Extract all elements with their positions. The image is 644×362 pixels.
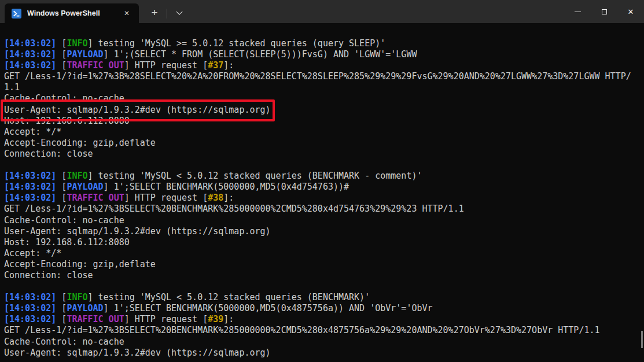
tab-title: Windows PowerShell [27, 9, 120, 17]
window-controls: ✕ [564, 0, 644, 23]
terminal-line: [14:03:02] [PAYLOAD] 1';SELECT BENCHMARK… [4, 182, 644, 193]
close-icon: ✕ [628, 8, 634, 16]
terminal-line: Connection: close [4, 149, 644, 160]
maximize-button[interactable] [591, 0, 617, 23]
terminal-line: [14:03:02] [INFO] testing 'MySQL < 5.0.1… [4, 171, 644, 182]
terminal-line [4, 160, 644, 171]
new-tab-button[interactable]: + [146, 5, 163, 22]
close-button[interactable]: ✕ [617, 0, 644, 23]
minimize-button[interactable] [564, 0, 591, 23]
terminal-line: Accept: */* [4, 248, 644, 259]
terminal-line: GET /Less-1/?id=1%27%3BSELECT%20BENCHMAR… [4, 325, 644, 336]
terminal-line: 1.1 [4, 82, 644, 93]
terminal-line: Cache-Control: no-cache [4, 215, 644, 226]
terminal-line: [14:03:02] [PAYLOAD] 1';SELECT BENCHMARK… [4, 303, 644, 314]
terminal-line [4, 281, 644, 292]
terminal-line: [14:03:02] [PAYLOAD] 1';(SELECT * FROM (… [4, 49, 644, 60]
terminal-line: Accept-Encoding: gzip,deflate [4, 259, 644, 270]
terminal-line: [14:03:02] [INFO] testing 'MySQL < 5.0.1… [4, 292, 644, 303]
terminal-line: User-Agent: sqlmap/1.9.3.2#dev (https://… [4, 105, 644, 116]
terminal-line: Cache-Control: no-cache [4, 93, 644, 104]
maximize-icon [602, 9, 607, 14]
terminal-line: Accept-Encoding: gzip,deflate [4, 138, 644, 149]
terminal-line: GET /Less-1/?id=1%27%3BSELECT%20BENCHMAR… [4, 204, 644, 215]
terminal-output[interactable]: [14:03:02] [INFO] testing 'MySQL >= 5.0.… [0, 23, 644, 362]
chevron-down-icon [176, 9, 182, 15]
terminal-line: Accept: */* [4, 127, 644, 138]
terminal-line: [14:03:02] [INFO] testing 'MySQL >= 5.0.… [4, 38, 644, 49]
terminal-line: [14:03:02] [TRAFFIC OUT] HTTP request [#… [4, 60, 644, 71]
terminal-line: User-Agent: sqlmap/1.9.3.2#dev (https://… [4, 348, 644, 359]
tab-bar-separator [167, 9, 167, 19]
terminal-line: Cache-Control: no-cache [4, 337, 644, 348]
tab-close-icon[interactable]: ✕ [120, 7, 133, 20]
terminal-line: Host: 192.168.6.112:8080 [4, 237, 644, 248]
powershell-icon [12, 9, 21, 19]
terminal-line: GET /Less-1/?id=1%27%3B%28SELECT%20%2A%2… [4, 71, 644, 82]
terminal-line: [14:03:02] [TRAFFIC OUT] HTTP request [#… [4, 193, 644, 204]
title-bar: Windows PowerShell ✕ + ✕ [0, 0, 644, 23]
tab-windows-powershell[interactable]: Windows PowerShell ✕ [5, 3, 139, 23]
tab-dropdown-button[interactable] [171, 5, 188, 22]
terminal-line: Connection: close [4, 270, 644, 281]
terminal-line: [14:03:02] [TRAFFIC OUT] HTTP request [#… [4, 314, 644, 325]
scrollbar-thumb[interactable] [641, 331, 643, 348]
terminal-line: User-Agent: sqlmap/1.9.3.2#dev (https://… [4, 226, 644, 237]
terminal-line: Host: 192.168.6.112:8080 [4, 116, 644, 127]
minimize-icon [575, 12, 581, 12]
